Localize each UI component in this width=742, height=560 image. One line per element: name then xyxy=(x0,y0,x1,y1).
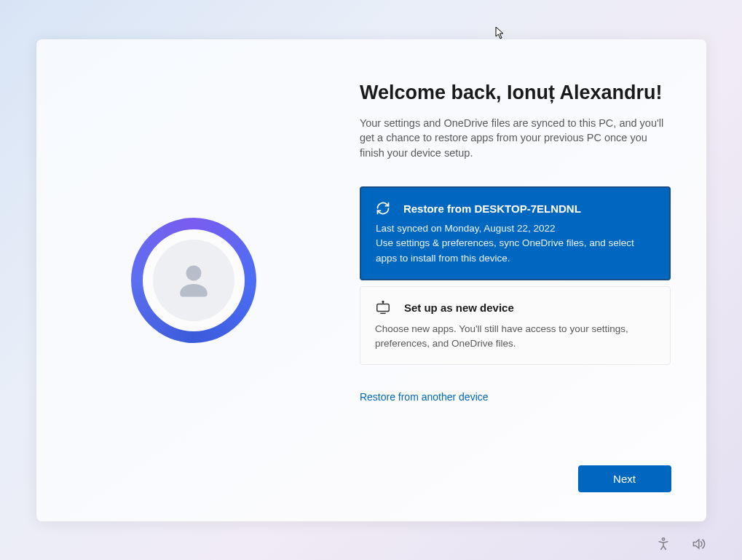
new-option-desc: Choose new apps. You'll still have acces… xyxy=(375,322,656,352)
oobe-tray xyxy=(656,537,706,551)
svg-point-4 xyxy=(382,301,384,302)
person-icon xyxy=(172,259,216,302)
page-subtitle: Your settings and OneDrive files are syn… xyxy=(360,116,671,161)
page-title: Welcome back, Ionuț Alexandru! xyxy=(360,82,671,104)
device-icon xyxy=(375,300,391,316)
restore-another-link[interactable]: Restore from another device xyxy=(360,391,489,403)
next-button[interactable]: Next xyxy=(578,465,671,492)
mouse-cursor-icon xyxy=(495,26,505,39)
setup-panel: Welcome back, Ionuț Alexandru! Your sett… xyxy=(36,39,706,521)
svg-point-0 xyxy=(186,265,201,280)
restore-device-option[interactable]: Restore from DESKTOP-7ELNDNL Last synced… xyxy=(360,186,671,280)
volume-icon[interactable] xyxy=(691,537,706,551)
svg-rect-1 xyxy=(377,304,390,311)
restore-option-synced: Last synced on Monday, August 22, 2022 xyxy=(376,221,655,236)
svg-point-5 xyxy=(662,538,664,540)
restore-option-desc: Use settings & preferences, sync OneDriv… xyxy=(376,236,655,266)
sync-icon xyxy=(376,201,390,216)
new-device-option[interactable]: Set up as new device Choose new apps. Yo… xyxy=(360,286,671,366)
avatar-inner xyxy=(143,229,245,331)
illustration-pane xyxy=(36,39,351,521)
new-option-title: Set up as new device xyxy=(404,301,514,314)
avatar-ring xyxy=(131,218,256,343)
content-pane: Welcome back, Ionuț Alexandru! Your sett… xyxy=(351,39,706,521)
restore-option-title: Restore from DESKTOP-7ELNDNL xyxy=(403,202,581,215)
avatar-placeholder xyxy=(153,240,234,321)
accessibility-icon[interactable] xyxy=(656,537,671,551)
